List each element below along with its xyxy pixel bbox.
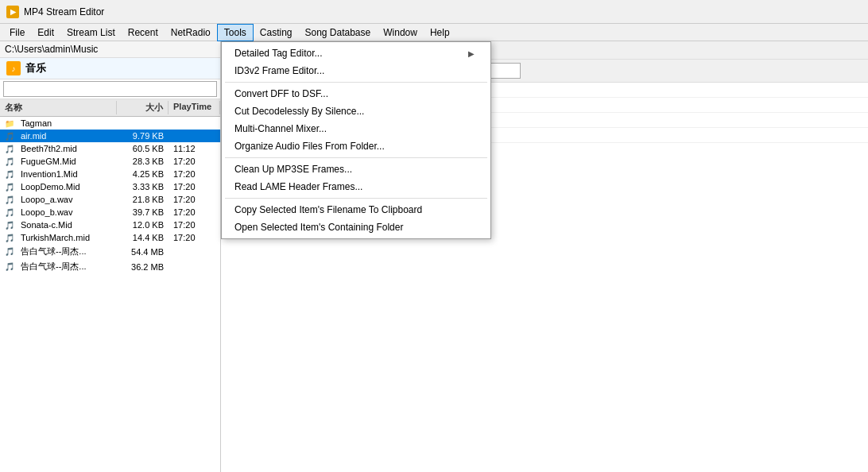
dropdown-item-label: Organize Audio Files From Folder... [234,141,385,152]
menu-netradio[interactable]: NetRadio [165,24,217,41]
file-size: 21.8 KB [117,194,169,205]
file-time [169,266,220,268]
file-size: 14.4 KB [117,232,169,243]
dropdown-item-id3v2-frame-editor[interactable]: ID3v2 Frame Editor... [222,62,490,79]
midi-icon: 🎵 [3,130,16,141]
file-size: 36.2 MB [117,261,169,273]
dropdown-item-multi-channel-mixer[interactable]: Multi-Channel Mixer... [222,120,490,137]
midi-icon: 🎵 [3,156,16,167]
menu-help[interactable]: Help [424,24,456,41]
title-bar-text: MP4 Stream Editor [24,6,104,17]
file-name: 告白气球--周杰... [16,245,117,258]
dropdown-item-label: Read LAME Header Frames... [234,181,362,192]
dropdown-item-clean-up-mp3se[interactable]: Clean Up MP3SE Frames... [222,161,490,178]
music-icon: ♪ [6,61,21,75]
file-size: 39.7 KB [117,207,169,218]
dropdown-item-label: Detailed Tag Editor... [234,48,323,59]
dropdown-separator [225,82,487,83]
file-time: 17:20 [169,181,220,192]
midi-icon: 🎵 [3,232,16,243]
list-item[interactable]: 🎵 Invention1.Mid 4.25 KB 17:20 [0,168,220,180]
folder-icon: 📁 [3,118,16,129]
list-item[interactable]: 🎵 告白气球--周杰... 54.4 MB [0,244,220,259]
file-time: 17:20 [169,207,220,218]
file-name: TurkishMarch.mid [16,232,117,243]
menu-window[interactable]: Window [377,24,424,41]
midi-icon: 🎵 [3,181,16,192]
menu-tools[interactable]: Tools [217,24,254,41]
menu-bar: File Edit Stream List Recent NetRadio To… [0,24,868,41]
midi-icon: 🎵 [3,246,16,257]
left-panel: C:\Users\admin\Music ♪ 音乐 名称 大小 PlayTime… [0,41,221,472]
dropdown-separator [225,157,487,158]
file-time: 17:20 [169,194,220,205]
menu-casting[interactable]: Casting [254,24,299,41]
menu-recent[interactable]: Recent [122,24,165,41]
app-icon: ▶ [6,6,19,18]
submenu-arrow-icon: ▶ [468,49,475,58]
list-item[interactable]: 🎵 Beeth7th2.mid 60.5 KB 11:12 [0,142,220,155]
list-item[interactable]: 🎵 Loopo_b.wav 39.7 KB 17:20 [0,206,220,219]
file-list-header: 名称 大小 PlayTime [0,99,220,117]
file-name: air.mid [16,130,117,141]
file-time: 17:20 [169,168,220,180]
file-size: 60.5 KB [117,143,169,154]
col-header-playtime: PlayTime [169,101,220,114]
dropdown-item-label: Copy Selected Item's Filename To Clipboa… [234,204,422,215]
file-time: 11:12 [169,143,220,154]
menu-song-database[interactable]: Song Database [298,24,377,41]
file-time [169,122,220,124]
dropdown-item-copy-filename[interactable]: Copy Selected Item's Filename To Clipboa… [222,201,490,219]
dropdown-item-organize-audio[interactable]: Organize Audio Files From Folder... [222,137,490,155]
file-size: 12.0 KB [117,219,169,230]
search-input[interactable] [3,81,217,97]
file-name: LoopDemo.Mid [16,181,117,192]
file-time: 17:20 [169,219,220,230]
dropdown-item-open-containing-folder[interactable]: Open Selected Item's Containing Folder [222,219,490,236]
menu-stream-list[interactable]: Stream List [60,24,122,41]
dropdown-item-read-lame[interactable]: Read LAME Header Frames... [222,178,490,195]
file-list: 📁 Tagman 🎵 air.mid 9.79 KB 🎵 Beeth7th2.m… [0,117,220,472]
list-item[interactable]: 🎵 TurkishMarch.mid 14.4 KB 17:20 [0,231,220,244]
path-text: C:\Users\admin\Music [5,44,98,55]
file-name: Loopo_a.wav [16,194,117,205]
col-header-size: 大小 [117,101,169,114]
file-name: 告白气球--周杰... [16,260,117,273]
list-item[interactable]: 🎵 FugueGM.Mid 28.3 KB 17:20 [0,155,220,168]
list-item[interactable]: 🎵 Loopo_a.wav 21.8 KB 17:20 [0,193,220,206]
file-size: 4.25 KB [117,168,169,180]
music-folder-label: 音乐 [25,61,46,75]
midi-icon: 🎵 [3,194,16,205]
dropdown-item-detailed-tag-editor[interactable]: Detailed Tag Editor... ▶ [222,44,490,62]
file-name: Loopo_b.wav [16,207,117,218]
file-size: 9.79 KB [117,130,169,141]
dropdown-separator [225,198,487,199]
col-header-name: 名称 [0,101,117,114]
list-item[interactable]: 🎵 Sonata-c.Mid 12.0 KB 17:20 [0,219,220,231]
dropdown-item-label: Open Selected Item's Containing Folder [234,222,403,233]
list-item[interactable]: 🎵 LoopDemo.Mid 3.33 KB 17:20 [0,180,220,193]
tools-dropdown-menu: Detailed Tag Editor... ▶ ID3v2 Frame Edi… [221,41,491,239]
list-item[interactable]: 🎵 air.mid 9.79 KB [0,130,220,142]
dropdown-item-convert-dff[interactable]: Convert DFF to DSF... [222,85,490,103]
list-item[interactable]: 🎵 告白气球--周杰... 36.2 MB [0,259,220,274]
title-bar: ▶ MP4 Stream Editor [0,0,868,24]
file-time [169,251,220,253]
midi-icon: 🎵 [3,261,16,273]
menu-edit[interactable]: Edit [31,24,60,41]
file-time: 17:20 [169,232,220,243]
file-name: FugueGM.Mid [16,156,117,167]
dropdown-item-cut-decodelessly[interactable]: Cut Decodelessly By Silence... [222,103,490,120]
midi-icon: 🎵 [3,143,16,154]
file-name: Invention1.Mid [16,168,117,180]
file-time [169,135,220,137]
file-size: 54.4 MB [117,246,169,257]
file-time: 17:20 [169,156,220,167]
menu-file[interactable]: File [3,24,31,41]
file-name: Beeth7th2.mid [16,143,117,154]
file-name: Tagman [16,118,117,129]
dropdown-item-label: ID3v2 Frame Editor... [234,65,324,76]
search-bar-area [0,79,220,99]
list-item[interactable]: 📁 Tagman [0,117,220,130]
dropdown-item-label: Convert DFF to DSF... [234,88,328,99]
